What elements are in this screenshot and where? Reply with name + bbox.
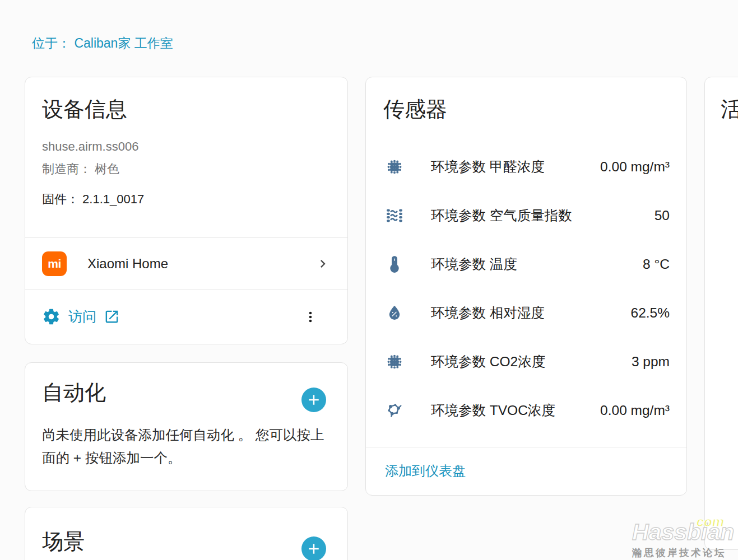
water-percent-icon: [385, 304, 404, 323]
automation-card: 自动化 尚未使用此设备添加任何自动化 。 您可以按上面的 + 按钮添加一个。: [25, 362, 348, 491]
sensor-name: 环境参数 甲醛浓度: [431, 157, 545, 176]
add-to-dashboard-link[interactable]: 添加到仪表盘: [385, 462, 466, 480]
sensor-list: 环境参数 甲醛浓度 0.00 mg/m³ 环境参数 空气质量指数 50: [366, 142, 686, 435]
sensors-card: 传感器 环境参数 甲醛浓度 0.00 mg/m³: [365, 77, 687, 496]
integration-name: Xiaomi Home: [87, 256, 168, 272]
device-actions-row: 访问: [25, 290, 347, 344]
automation-title: 自动化: [42, 380, 106, 405]
sensors-title: 传感器: [383, 96, 671, 122]
divider: [366, 447, 686, 447]
automation-header: 自动化: [25, 363, 347, 412]
sensor-name: 环境参数 温度: [431, 255, 517, 273]
visit-link[interactable]: 访问: [42, 307, 120, 326]
sensor-row-co2[interactable]: 环境参数 CO2浓度 3 ppm: [366, 337, 686, 386]
device-info-card: 设备信息 shuse.airm.ss006 制造商： 树色 固件： 2.1.1_…: [25, 77, 348, 344]
sensor-value: 62.5%: [631, 305, 670, 321]
sensor-value: 50: [655, 208, 670, 223]
gear-icon: [42, 307, 61, 326]
blur-icon: [385, 157, 404, 176]
add-scene-button[interactable]: [301, 536, 326, 560]
sensor-row-tvoc[interactable]: 环境参数 TVOC浓度 0.00 mg/m³: [366, 386, 686, 435]
sensor-name: 环境参数 TVOC浓度: [431, 401, 555, 419]
device-firmware: 固件： 2.1.1_0017: [42, 188, 332, 211]
sensor-name: 环境参数 CO2浓度: [431, 352, 545, 371]
logbook-card: 活: [704, 77, 738, 550]
integration-row-xiaomi-home[interactable]: mi Xiaomi Home: [25, 238, 347, 289]
sensor-row-air-quality[interactable]: 环境参数 空气质量指数 50: [366, 191, 686, 240]
molecule-icon: [385, 401, 404, 420]
blur-icon: [385, 352, 404, 371]
sensor-value: 0.00 mg/m³: [600, 159, 670, 175]
sensors-header: 传感器: [366, 77, 686, 122]
thermometer-icon: [385, 255, 404, 274]
xiaomi-logo-icon: mi: [42, 251, 67, 276]
sensor-row-humidity[interactable]: 环境参数 相对湿度 62.5%: [366, 288, 686, 337]
sensor-row-temperature[interactable]: 环境参数 温度 8 °C: [366, 240, 686, 288]
scene-header: 场景: [25, 507, 347, 560]
air-filter-icon: [385, 206, 404, 225]
sensor-value: 3 ppm: [632, 354, 670, 370]
sensor-row-formaldehyde[interactable]: 环境参数 甲醛浓度 0.00 mg/m³: [366, 142, 686, 191]
sensor-name: 环境参数 空气质量指数: [431, 206, 572, 225]
more-options-button[interactable]: [303, 309, 318, 325]
sensor-value: 0.00 mg/m³: [600, 403, 670, 418]
device-info-title: 设备信息: [42, 96, 332, 122]
visit-label: 访问: [68, 307, 96, 326]
device-model: shuse.airm.ss006: [42, 136, 332, 158]
breadcrumb[interactable]: 位于： Caliban家 工作室: [32, 35, 173, 52]
sensor-value: 8 °C: [643, 256, 670, 272]
add-automation-button[interactable]: [301, 388, 326, 412]
automation-empty-text: 尚未使用此设备添加任何自动化 。 您可以按上面的 + 按钮添加一个。: [25, 412, 347, 469]
scene-card: 场景: [25, 507, 348, 560]
device-manufacturer: 制造商： 树色: [42, 158, 332, 180]
logbook-title: 活: [721, 96, 738, 122]
sensor-name: 环境参数 相对湿度: [431, 304, 545, 322]
open-in-new-icon: [104, 309, 120, 325]
plus-icon: [305, 391, 322, 408]
dots-vertical-icon: [303, 309, 318, 325]
chevron-right-icon: [315, 256, 331, 272]
plus-icon: [305, 540, 322, 557]
device-info-header: 设备信息 shuse.airm.ss006 制造商： 树色 固件： 2.1.1_…: [25, 77, 347, 237]
scene-title: 场景: [42, 529, 85, 554]
